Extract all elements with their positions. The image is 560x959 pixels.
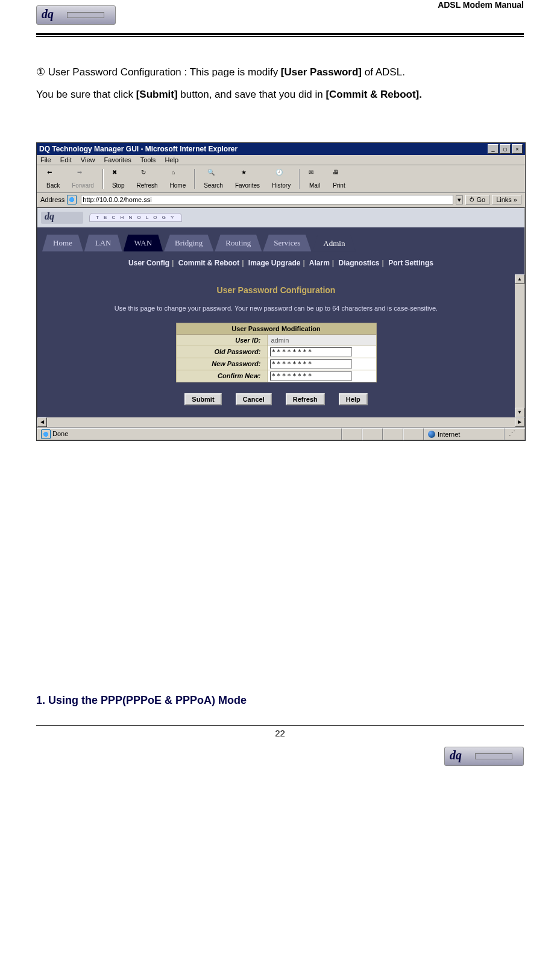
- tab-home[interactable]: Home: [42, 235, 83, 252]
- text: You be sure that click: [36, 89, 136, 100]
- menu-file[interactable]: File: [40, 156, 51, 163]
- menu-help[interactable]: Help: [165, 156, 178, 163]
- zone-text: Internet: [438, 431, 460, 438]
- window-title: DQ Technology Manager GUI - Microsoft In…: [39, 145, 238, 153]
- body-paragraph: ① User Password Configuration : This pag…: [36, 61, 524, 106]
- stop-button[interactable]: ✖Stop: [106, 168, 131, 190]
- tab-lan[interactable]: LAN: [84, 235, 122, 252]
- status-bar: Done Internet ⋰: [37, 428, 525, 440]
- scroll-left-button[interactable]: ◀: [37, 417, 47, 427]
- panel-description: Use this page to change your password. Y…: [49, 305, 503, 312]
- menu-view[interactable]: View: [81, 156, 95, 163]
- stop-icon: ✖: [112, 169, 124, 181]
- cancel-button[interactable]: Cancel: [236, 393, 272, 405]
- old-password-input[interactable]: [270, 347, 352, 356]
- confirm-password-input[interactable]: [270, 372, 352, 381]
- home-button[interactable]: ⌂Home: [164, 168, 192, 190]
- mail-icon: ✉: [309, 169, 321, 181]
- globe-icon: [428, 431, 435, 438]
- toolbar: ⬅Back ➡Forward ✖Stop ↻Refresh ⌂Home 🔍Sea…: [37, 165, 525, 193]
- favorites-button[interactable]: ★Favorites: [229, 168, 266, 190]
- tab-routing[interactable]: Routing: [215, 235, 262, 252]
- address-label: Address: [40, 196, 64, 203]
- search-icon: 🔍: [207, 169, 219, 181]
- minimize-button[interactable]: _: [488, 144, 499, 154]
- sub-nav: User Config| Commit & Reboot| Image Upgr…: [37, 252, 524, 274]
- forward-button: ➡Forward: [66, 168, 100, 190]
- back-arrow-icon: ⬅: [47, 169, 59, 181]
- tab-services[interactable]: Services: [263, 235, 311, 252]
- dq-logo: [36, 5, 116, 25]
- footer-dq-logo: [444, 747, 524, 766]
- old-password-label: Old Password:: [176, 346, 267, 358]
- password-table: User Password Modification User ID: admi…: [176, 323, 377, 382]
- help-button[interactable]: Help: [339, 393, 368, 405]
- status-text: Done: [52, 430, 68, 437]
- submit-button[interactable]: Submit: [184, 393, 221, 405]
- star-icon: ★: [241, 169, 253, 181]
- links-button[interactable]: Links »: [492, 195, 521, 204]
- subnav-alarm[interactable]: Alarm: [309, 259, 330, 267]
- subnav-image-upgrade[interactable]: Image Upgrade: [248, 259, 301, 267]
- window-titlebar[interactable]: DQ Technology Manager GUI - Microsoft In…: [37, 143, 525, 155]
- menu-bar[interactable]: File Edit View Favorites Tools Help: [37, 155, 525, 165]
- tab-admin[interactable]: Admin: [312, 235, 356, 252]
- text-bold: [User Password]: [281, 66, 362, 78]
- subnav-user-config[interactable]: User Config: [128, 259, 169, 267]
- close-button[interactable]: ✕: [512, 144, 523, 154]
- brand-strip: T E C H N O L O G Y: [37, 208, 524, 227]
- browser-viewport: T E C H N O L O G Y Home LAN WAN Bridgin…: [37, 207, 525, 428]
- subnav-diagnostics[interactable]: Diagnostics: [339, 259, 380, 267]
- maximize-button[interactable]: ▢: [500, 144, 511, 154]
- tab-bridging[interactable]: Bridging: [164, 235, 213, 252]
- subnav-port-settings[interactable]: Port Settings: [388, 259, 433, 267]
- mail-button[interactable]: ✉Mail: [303, 168, 327, 190]
- horizontal-scrollbar[interactable]: ◀ ▶: [37, 417, 524, 427]
- main-panel: User Password Configuration Use this pag…: [37, 274, 515, 417]
- back-button[interactable]: ⬅Back: [40, 168, 66, 190]
- print-button[interactable]: 🖶Print: [327, 168, 351, 190]
- scroll-up-button[interactable]: ▲: [515, 274, 524, 284]
- scroll-down-button[interactable]: ▼: [515, 408, 524, 417]
- vertical-scrollbar[interactable]: ▲ ▼: [515, 274, 524, 417]
- manual-title: ADSL Modem Manual: [438, 0, 524, 10]
- ie-status-icon: [41, 429, 51, 439]
- text: button, and save that you did in: [178, 89, 326, 100]
- text: ① User Password Configuration : This pag…: [36, 66, 281, 78]
- refresh-button[interactable]: ↻Refresh: [131, 168, 164, 190]
- text: of ADSL.: [362, 66, 405, 78]
- refresh-icon: ↻: [141, 169, 153, 181]
- brand-technology-tab: T E C H N O L O G Y: [89, 213, 182, 222]
- new-password-label: New Password:: [176, 358, 267, 370]
- home-icon: ⌂: [172, 169, 184, 181]
- ie-page-icon: [67, 195, 77, 204]
- search-button[interactable]: 🔍Search: [198, 168, 229, 190]
- menu-edit[interactable]: Edit: [60, 156, 72, 163]
- address-bar: Address ▾ ⥁ Go Links »: [37, 193, 525, 207]
- subnav-commit-reboot[interactable]: Commit & Reboot: [178, 259, 239, 267]
- tab-wan[interactable]: WAN: [124, 235, 163, 252]
- user-id-label: User ID:: [176, 334, 267, 346]
- panel-title: User Password Configuration: [49, 285, 503, 295]
- text-bold: [Submit]: [136, 89, 178, 100]
- page-number: 22: [36, 726, 524, 741]
- go-button[interactable]: ⥁ Go: [465, 195, 489, 205]
- user-id-value: admin: [267, 334, 376, 346]
- address-input[interactable]: [81, 195, 453, 204]
- history-icon: 🕘: [275, 169, 288, 181]
- history-button[interactable]: 🕘History: [266, 168, 297, 190]
- scroll-right-button[interactable]: ▶: [515, 417, 524, 427]
- header-rule: [36, 33, 524, 37]
- new-password-input[interactable]: [270, 359, 352, 369]
- button-row: Submit Cancel Refresh Help: [49, 393, 503, 405]
- menu-favorites[interactable]: Favorites: [104, 156, 131, 163]
- table-header: User Password Modification: [176, 323, 376, 334]
- dq-brand-logo: [41, 212, 83, 224]
- ie-window: DQ Technology Manager GUI - Microsoft In…: [36, 142, 526, 441]
- confirm-password-label: Confirm New:: [176, 370, 267, 382]
- section-heading: 1. Using the PPP(PPPoE & PPPoA) Mode: [36, 694, 524, 707]
- refresh-page-button[interactable]: Refresh: [286, 393, 325, 405]
- menu-tools[interactable]: Tools: [140, 156, 156, 163]
- address-dropdown-button[interactable]: ▾: [456, 195, 463, 204]
- resize-grip[interactable]: ⋰: [505, 428, 525, 440]
